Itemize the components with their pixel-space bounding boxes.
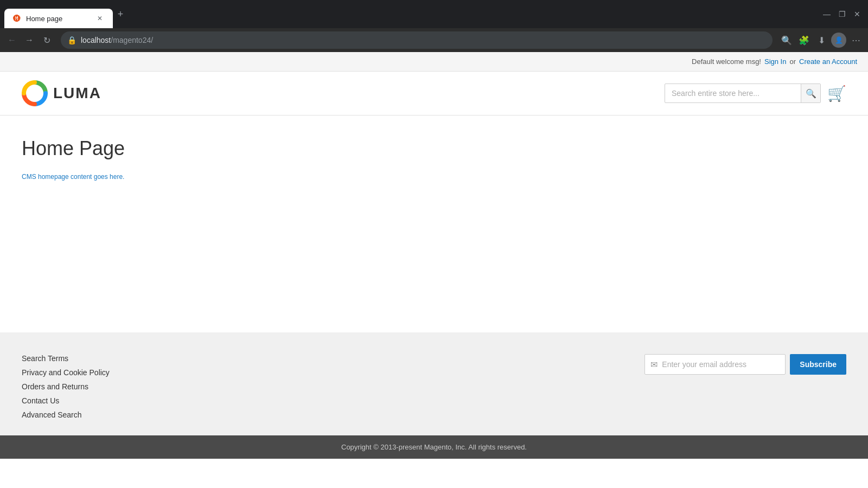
copyright-text: Copyright © 2013-present Magento, Inc. A… [341,443,527,451]
tab-close-button[interactable]: ✕ [95,14,104,23]
logo[interactable]: LUMA [22,80,101,106]
footer: Search Terms Privacy and Cookie Policy O… [0,332,868,435]
search-box[interactable]: 🔍 [665,84,821,103]
create-account-link[interactable]: Create an Account [799,57,857,66]
main-content: Home Page CMS homepage content goes here… [0,115,868,332]
refresh-button[interactable]: ↻ [39,33,54,48]
footer-link-orders[interactable]: Orders and Returns [22,382,110,391]
new-tab-button[interactable]: + [113,7,128,22]
profile-icon[interactable]: 👤 [831,33,846,48]
window-controls: — ❐ ✕ [816,0,868,28]
browser-tabs: 🅜 Home page ✕ + [0,0,816,28]
footer-link-contact[interactable]: Contact Us [22,396,110,405]
lock-icon: 🔒 [67,36,76,44]
newsletter-area: ✉ Subscribe [644,354,846,375]
site-header: LUMA 🔍 🛒 [0,72,868,115]
search-input[interactable] [665,89,801,98]
minimize-button[interactable]: — [820,8,833,21]
header-right: 🔍 🛒 [665,84,846,103]
forward-button[interactable]: → [22,33,37,48]
page-title: Home Page [22,137,846,160]
url-display: localhost/magento24/ [81,36,153,44]
download-icon[interactable]: ⬇ [814,33,829,48]
tab-favicon: 🅜 [13,14,22,23]
luma-logo-icon [22,80,48,106]
newsletter-email-input[interactable] [662,360,770,369]
mail-icon: ✉ [650,359,658,370]
tab-title: Home page [26,15,91,23]
footer-content: Search Terms Privacy and Cookie Policy O… [22,354,846,419]
or-separator: or [789,57,796,66]
more-icon[interactable]: ⋯ [848,33,864,48]
maximize-button[interactable]: ❐ [835,8,848,21]
browser-chrome: 🅜 Home page ✕ + — ❐ ✕ [0,0,868,28]
active-tab[interactable]: 🅜 Home page ✕ [4,9,113,28]
search-button[interactable]: 🔍 [801,84,820,103]
site-top-bar: Default welcome msg! Sign In or Create a… [0,52,868,72]
close-window-button[interactable]: ✕ [851,8,864,21]
bottom-bar: Copyright © 2013-present Magento, Inc. A… [0,435,868,459]
page-content: CMS homepage content goes here. [22,173,846,181]
toolbar-icons: 🔍 🧩 ⬇ 👤 ⋯ [779,33,864,48]
address-bar[interactable]: 🔒 localhost/magento24/ [61,31,773,49]
newsletter-input-wrap: ✉ [644,354,786,375]
footer-link-advanced-search[interactable]: Advanced Search [22,410,110,419]
footer-links: Search Terms Privacy and Cookie Policy O… [22,354,110,419]
address-bar-row: ← → ↻ 🔒 localhost/magento24/ 🔍 🧩 ⬇ 👤 ⋯ [0,28,868,52]
search-icon[interactable]: 🔍 [779,33,794,48]
footer-link-privacy[interactable]: Privacy and Cookie Policy [22,368,110,377]
subscribe-button[interactable]: Subscribe [790,354,846,375]
welcome-message: Default welcome msg! [692,57,761,66]
extensions-icon[interactable]: 🧩 [796,33,812,48]
cart-icon[interactable]: 🛒 [827,85,846,102]
sign-in-link[interactable]: Sign In [764,57,786,66]
back-button[interactable]: ← [4,33,20,48]
url-path: /magento24/ [111,36,153,44]
footer-link-search-terms[interactable]: Search Terms [22,354,110,363]
logo-text: LUMA [53,85,101,102]
